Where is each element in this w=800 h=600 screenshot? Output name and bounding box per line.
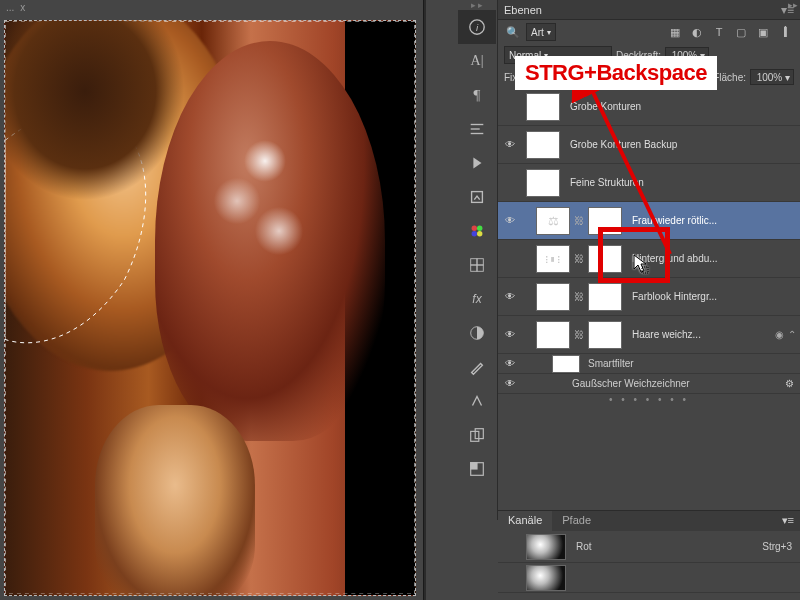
smartfilter-mask[interactable] [552,355,580,373]
channel-name[interactable]: Rot [576,541,592,552]
channel-row[interactable] [498,563,800,593]
document-tab-label: ... [6,2,14,13]
filter-settings-icon[interactable]: ⚙ [785,378,794,389]
layers-panel-title: Ebenen [504,4,542,16]
layer-row[interactable]: Feine Strukturen [498,164,800,202]
filter-type-icon[interactable]: T [710,23,728,41]
color-icon[interactable] [458,248,496,282]
layer-thumbnail[interactable] [536,321,570,349]
layer-mask-thumbnail[interactable] [588,283,622,311]
artwork-figure [155,41,385,441]
layer-name[interactable]: Grobe Konturen [570,101,796,112]
svg-rect-12 [471,265,477,271]
filter-pixel-icon[interactable]: ▦ [666,23,684,41]
smartfilter-label: Smartfilter [588,358,634,369]
svg-point-9 [477,231,482,236]
mask-link-icon[interactable]: ⛓ [574,291,584,302]
info-icon[interactable]: i [458,10,496,44]
layer-filter-row: 🔍 Art ▾ ▦ ◐ T ▢ ▣ ⏽ [498,20,800,44]
panel-menu-icon[interactable]: ▾≡ [776,511,800,531]
annotation-label: STRG+Backspace [515,56,717,90]
svg-point-6 [472,226,477,231]
channel-thumbnail[interactable] [526,565,566,591]
svg-rect-13 [477,265,483,271]
visibility-toggle[interactable]: 👁 [498,358,522,369]
filter-shape-icon[interactable]: ▢ [732,23,750,41]
layer-row[interactable]: Grobe Konturen [498,88,800,126]
document-canvas[interactable] [4,20,416,596]
svg-point-7 [477,226,482,231]
panel-grip[interactable]: ▸▸ [458,0,497,10]
adjustment-thumbnail[interactable]: ⚖ [536,207,570,235]
styles-icon[interactable]: fx [458,282,496,316]
smart-badge-icon: ◉ [775,329,784,340]
channel-row[interactable]: Rot Strg+3 [498,531,800,563]
svg-rect-10 [471,259,477,265]
svg-point-8 [472,231,477,236]
filter-adjust-icon[interactable]: ◐ [688,23,706,41]
layer-filter-kind-value: Art [531,27,544,38]
layer-filter-kind-dropdown[interactable]: Art ▾ [526,23,556,41]
layer-thumbnail[interactable] [526,93,560,121]
panel-divider[interactable] [423,0,426,600]
actions-icon[interactable] [458,146,496,180]
layers-panel-header[interactable]: Ebenen ▾≡ [498,0,800,20]
smartfilter-name: Gaußscher Weichzeichner [572,378,690,389]
align-icon[interactable] [458,112,496,146]
collapsed-panels-bar: ▸▸ i A| ¶ fx [458,0,498,520]
smartfilter-item[interactable]: 👁 Gaußscher Weichzeichner ⚙ [498,374,800,394]
adjustment-thumbnail[interactable] [536,283,570,311]
layer-name[interactable]: Farblook Hintergr... [632,291,796,302]
paragraph-icon[interactable]: ¶ [458,78,496,112]
channels-paths-panel: Kanäle Pfade ▾≡ Rot Strg+3 [498,510,800,600]
document-tab[interactable]: ... x [6,2,25,13]
brush-presets-icon[interactable] [458,384,496,418]
filter-smart-icon[interactable]: ▣ [754,23,772,41]
tab-paths[interactable]: Pfade [552,511,601,531]
layer-name[interactable]: Feine Strukturen [570,177,796,188]
search-icon[interactable]: 🔍 [504,23,522,41]
svg-text:i: i [476,22,479,33]
swatches-icon[interactable] [458,214,496,248]
visibility-toggle[interactable]: 👁 [498,215,522,226]
visibility-toggle[interactable]: 👁 [498,291,522,302]
history-icon[interactable] [458,180,496,214]
mask-link-icon[interactable]: ⛓ [574,329,584,340]
layer-thumbnail[interactable] [526,131,560,159]
brushes-icon[interactable] [458,350,496,384]
clone-icon[interactable] [458,418,496,452]
layer-name[interactable]: Grobe Konturen Backup [570,139,796,150]
fill-input[interactable]: 100% ▾ [750,69,794,85]
layer-row[interactable]: 👁 Grobe Konturen Backup [498,126,800,164]
layer-mask-thumbnail[interactable] [588,321,622,349]
visibility-toggle[interactable]: 👁 [498,329,522,340]
adjust-icon[interactable] [458,316,496,350]
navigator-icon[interactable] [458,452,496,486]
mask-link-icon[interactable]: ⛓ [574,215,584,226]
layer-row[interactable]: 👁 ⛓ Farblook Hintergr... [498,278,800,316]
layer-thumbnail[interactable] [526,169,560,197]
annotation-highlight-box [598,227,670,283]
layer-row[interactable]: 👁 ⛓ Haare weichz... ◉ ⌃ [498,316,800,354]
close-icon[interactable]: x [20,2,25,13]
canvas-area: ... x [0,0,420,600]
fill-label: Fläche: [713,72,746,83]
adjustment-thumbnail[interactable]: ⫶▮⫶ [536,245,570,273]
layer-name[interactable]: Frau wieder rötlic... [632,215,796,226]
mask-link-icon[interactable]: ⛓ [574,253,584,264]
layer-name[interactable]: Haare weichz... [632,329,775,340]
chevron-down-icon: ▾ [547,28,551,37]
channel-thumbnail[interactable] [526,534,566,560]
visibility-toggle[interactable]: 👁 [498,378,522,389]
svg-rect-11 [477,259,483,265]
svg-rect-18 [471,463,477,469]
character-icon[interactable]: A| [458,44,496,78]
channel-shortcut: Strg+3 [762,541,792,552]
filter-toggle-icon[interactable]: ⏽ [776,23,794,41]
visibility-toggle[interactable]: 👁 [498,139,522,150]
artwork-hand [95,405,255,596]
smartfilter-header[interactable]: 👁 Smartfilter [498,354,800,374]
tab-channels[interactable]: Kanäle [498,511,552,531]
expand-icon[interactable]: ⌃ [788,329,796,340]
collapse-icon[interactable]: ▸▸ [786,0,800,14]
